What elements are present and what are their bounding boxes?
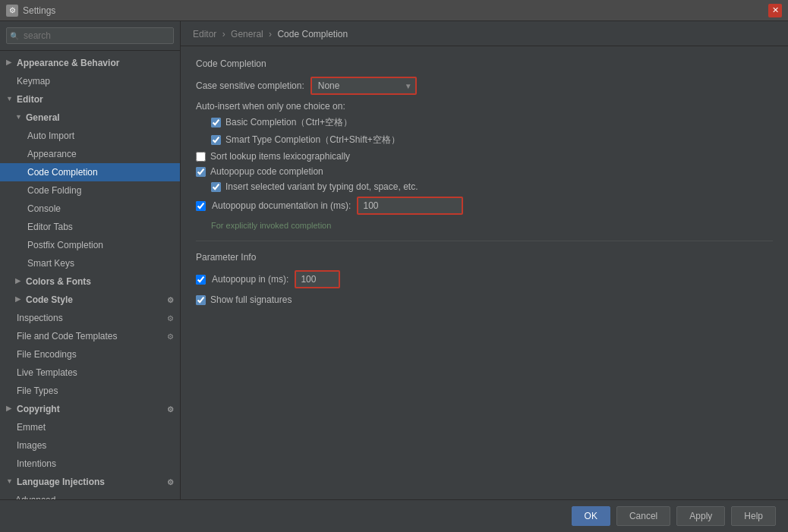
sidebar-item-label: Code Folding: [27, 184, 81, 197]
sidebar-item-file-encodings[interactable]: File Encodings: [0, 345, 180, 364]
sidebar-item-label: File Encodings: [17, 348, 77, 361]
apply-button[interactable]: Apply: [676, 506, 725, 526]
autopopup-doc-checkbox[interactable]: [196, 201, 206, 211]
breadcrumb-sep-2: ›: [269, 29, 274, 39]
sidebar-item-advanced[interactable]: Advanced: [0, 491, 180, 499]
sidebar-item-label: Copyright: [17, 402, 60, 416]
case-sensitive-row: Case sensitive completion: None First le…: [196, 77, 773, 95]
autopopup-checkbox[interactable]: [196, 167, 206, 177]
case-sensitive-label: Case sensitive completion:: [196, 80, 304, 91]
sidebar-item-label: Inspections: [17, 311, 63, 325]
sidebar-item-label: General: [26, 111, 60, 124]
sidebar-item-label: Appearance: [27, 147, 77, 161]
smart-type-row: Smart Type Completion（Ctrl+Shift+空格）: [196, 134, 773, 146]
sidebar-item-keymap[interactable]: Keymap: [0, 72, 180, 90]
sort-lookup-label: Sort lookup items lexicographically: [210, 151, 350, 162]
app-icon: ⚙: [6, 5, 18, 17]
sidebar-item-postfix-completion[interactable]: Postfix Completion: [0, 236, 180, 254]
breadcrumb-current: Code Completion: [277, 29, 348, 39]
sidebar-item-colors-fonts[interactable]: Colors & Fonts: [0, 272, 180, 291]
sidebar-item-appearance[interactable]: Appearance: [0, 145, 180, 163]
settings-icon: ⚙: [167, 313, 174, 324]
show-signatures-label: Show full signatures: [210, 294, 292, 305]
sidebar-item-code-style[interactable]: Code Style ⚙: [0, 291, 180, 309]
sidebar-item-label: Editor: [17, 93, 43, 106]
sidebar-item-emmet[interactable]: Emmet: [0, 418, 180, 436]
sidebar-item-console[interactable]: Console: [0, 200, 180, 218]
settings-icon: ⚙: [167, 294, 174, 306]
sidebar-item-appearance-behavior[interactable]: Appearance & Behavior: [0, 54, 180, 72]
sidebar-item-images[interactable]: Images: [0, 436, 180, 455]
smart-type-checkbox[interactable]: [211, 135, 221, 145]
sidebar-item-editor[interactable]: Editor: [0, 90, 180, 109]
autopopup-row: Autopopup code completion: [196, 166, 773, 177]
show-signatures-row: Show full signatures: [196, 294, 773, 305]
autopopup-doc-row: Autopopup documentation in (ms):: [196, 197, 773, 215]
basic-completion-checkbox[interactable]: [211, 118, 221, 127]
param-autopopup-label: Autopopup in (ms):: [212, 274, 288, 285]
close-button[interactable]: ✕: [768, 4, 782, 17]
sort-lookup-row: Sort lookup items lexicographically: [196, 151, 773, 162]
sidebar-item-general[interactable]: General: [0, 109, 180, 127]
case-sensitive-dropdown-wrapper: None First letter All ▼: [310, 77, 417, 95]
insert-variant-row: Insert selected variant by typing dot, s…: [196, 181, 773, 192]
sidebar-item-editor-tabs[interactable]: Editor Tabs: [0, 218, 180, 236]
arrow-icon: [6, 404, 14, 414]
search-input[interactable]: [6, 27, 174, 44]
arrow-icon: [6, 58, 14, 68]
sidebar-item-code-completion[interactable]: Code Completion: [0, 163, 180, 181]
case-sensitive-select[interactable]: None First letter All: [310, 77, 417, 95]
arrow-icon: [15, 112, 23, 123]
smart-type-label: Smart Type Completion（Ctrl+Shift+空格）: [225, 134, 400, 146]
breadcrumb-sep-1: ›: [222, 29, 228, 39]
sidebar-item-file-types[interactable]: File Types: [0, 382, 180, 400]
sidebar-item-smart-keys[interactable]: Smart Keys: [0, 254, 180, 272]
sidebar-item-label: Code Completion: [27, 165, 98, 179]
sidebar-item-auto-import[interactable]: Auto Import: [0, 127, 180, 145]
settings-icon: ⚙: [167, 404, 174, 415]
breadcrumb-part-2: General: [231, 29, 263, 39]
breadcrumb: Editor › General › Code Completion: [181, 21, 788, 46]
sidebar-item-label: Smart Keys: [27, 257, 74, 270]
sidebar-item-label: Language Injections: [17, 475, 105, 489]
sidebar-item-label: Colors & Fonts: [26, 275, 91, 288]
sidebar-item-live-templates[interactable]: Live Templates: [0, 364, 180, 382]
insert-variant-checkbox[interactable]: [211, 182, 221, 192]
settings-icon: ⚙: [167, 331, 174, 342]
sidebar-item-label: File Types: [17, 384, 58, 398]
sidebar-item-label: Emmet: [17, 420, 46, 434]
param-autopopup-row: Autopopup in (ms):: [196, 270, 773, 288]
sidebar-item-file-code-templates[interactable]: File and Code Templates ⚙: [0, 327, 180, 345]
sidebar-item-language-injections[interactable]: Language Injections ⚙: [0, 473, 180, 491]
sidebar-item-label: Keymap: [17, 74, 50, 88]
autopopup-doc-hint: For explicitly invoked completion: [211, 221, 773, 230]
cancel-button[interactable]: Cancel: [616, 506, 670, 526]
sidebar-item-code-folding[interactable]: Code Folding: [0, 181, 180, 200]
breadcrumb-part-1: Editor: [193, 29, 216, 39]
sidebar-item-label: Console: [27, 202, 61, 216]
search-wrapper: [6, 27, 174, 44]
insert-variant-label: Insert selected variant by typing dot, s…: [225, 181, 418, 192]
sidebar-item-copyright[interactable]: Copyright ⚙: [0, 400, 180, 418]
section-title-parameter-info: Parameter Info: [196, 252, 773, 263]
dialog-footer: OK Cancel Apply Help: [0, 499, 788, 532]
arrow-icon: [6, 94, 14, 105]
show-signatures-checkbox[interactable]: [196, 295, 206, 305]
autopopup-doc-input[interactable]: [357, 197, 463, 215]
sort-lookup-checkbox[interactable]: [196, 152, 206, 162]
sidebar-item-label: Intentions: [17, 457, 56, 471]
sidebar-item-label: Appearance & Behavior: [17, 56, 119, 70]
param-autopopup-input[interactable]: [295, 270, 340, 288]
main-content: Editor › General › Code Completion Code …: [181, 21, 788, 499]
sidebar-item-inspections[interactable]: Inspections ⚙: [0, 309, 180, 327]
help-button[interactable]: Help: [731, 506, 776, 526]
divider: [196, 241, 773, 241]
auto-insert-label-row: Auto-insert when only one choice on:: [196, 101, 773, 112]
arrow-icon: [15, 276, 23, 287]
autopopup-doc-label: Autopopup documentation in (ms):: [212, 200, 351, 211]
param-autopopup-checkbox[interactable]: [196, 275, 206, 285]
sidebar-item-label: File and Code Templates: [17, 329, 118, 343]
sidebar-item-intentions[interactable]: Intentions: [0, 455, 180, 473]
arrow-icon: [6, 477, 14, 487]
ok-button[interactable]: OK: [572, 506, 610, 526]
